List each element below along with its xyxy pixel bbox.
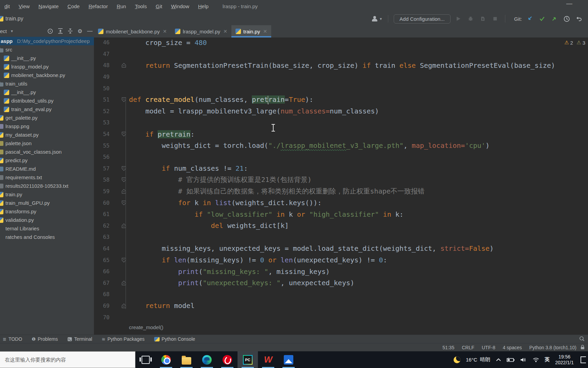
fold-marker-icon[interactable] [110, 258, 129, 263]
tree-item-mobilenet_backbone.py[interactable]: mobilenet_backbone.py [0, 71, 94, 79]
code-line-55[interactable]: 55 weights_dict = torch.load("./lraspp_m… [94, 140, 588, 151]
code-line-59[interactable]: 59 # 如果训练自己的数据集，将和类别相关的权重删除，防止权重shape不一致… [94, 186, 588, 197]
git-update-project-icon[interactable] [525, 14, 534, 23]
taskbar-app-pycharm[interactable]: PC [238, 351, 258, 368]
menu-code[interactable]: Code [63, 3, 84, 9]
menu-git[interactable]: Git [151, 3, 166, 9]
toolwindow-problems[interactable]: ❶Problems [32, 336, 58, 342]
code-line-49[interactable]: 49 [94, 71, 588, 83]
weather-desc[interactable]: 晴朗 [480, 356, 490, 363]
code-line-54[interactable]: 54 if pretrain: [94, 128, 588, 140]
fold-marker-icon[interactable] [110, 303, 129, 308]
fold-marker-icon[interactable] [110, 223, 129, 228]
project-view-selector[interactable]: ect [0, 28, 7, 34]
expand-all-icon[interactable] [58, 28, 63, 34]
taskbar-app-task-view[interactable] [135, 351, 156, 368]
code-line-69[interactable]: 69 return model [94, 300, 588, 312]
profile-menu[interactable]: ▼ [372, 16, 382, 21]
status-line-ending[interactable]: CRLF [462, 345, 474, 350]
warning-indicator[interactable]: ⚠2 [564, 40, 573, 46]
code-line-51[interactable]: 51def create_model(num_classes, pretrain… [94, 94, 588, 106]
tree-item-root[interactable]: asppD:\My_code\pythonProject\deep [0, 37, 94, 45]
tree-item-lraspp.png[interactable]: lraspp.png [0, 122, 94, 131]
tree-item-ternal-libraries[interactable]: ternal Libraries [0, 224, 94, 233]
fold-marker-icon[interactable] [110, 63, 129, 68]
git-push-icon[interactable] [550, 14, 559, 23]
code-line-50[interactable]: 50 [94, 82, 588, 94]
status-python-interpreter[interactable]: Python 3.8 (torch1.10) [529, 345, 576, 350]
taskbar-app-netease-music[interactable] [217, 351, 238, 368]
status-caret-position[interactable]: 51:35 [442, 345, 454, 350]
debug-icon[interactable] [466, 14, 475, 23]
code-line-66[interactable]: 66 print("missing_keys: ", missing_keys) [94, 266, 588, 277]
tree-item-results20211028-105233.txt[interactable]: results20211028-105233.txt [0, 182, 94, 190]
add-configuration-button[interactable]: Add Configuration... [394, 14, 451, 24]
minimize-button[interactable]: — [564, 0, 574, 7]
fold-marker-icon[interactable] [110, 177, 129, 182]
notification-center-icon[interactable] [581, 356, 586, 363]
taskbar-app-explorer[interactable] [176, 351, 197, 368]
code-line-58[interactable]: 58 # 官方提供的预训练权重是21类(包括背景) [94, 174, 588, 186]
code-line-63[interactable]: 63 [94, 231, 588, 243]
status-indent-style[interactable]: 4 spaces [503, 345, 522, 350]
menu-view[interactable]: View [14, 3, 34, 9]
menu-window[interactable]: Window [167, 3, 194, 9]
code-area[interactable]: 46 crop_size = 4804748 return Segmentati… [94, 37, 588, 335]
code-line-61[interactable]: 61 if "low_classifier" in k or "high_cla… [94, 209, 588, 220]
close-icon[interactable]: ✕ [263, 29, 267, 34]
fold-marker-icon[interactable] [110, 166, 129, 171]
run-icon[interactable] [454, 14, 463, 23]
menu-run[interactable]: Run [112, 3, 131, 9]
code-line-52[interactable]: 52 model = lraspp_mobilenetv3_large(num_… [94, 106, 588, 117]
warning-indicator[interactable]: ⚠3 [576, 40, 585, 46]
settings-gear-icon[interactable]: ⚙ [78, 28, 82, 34]
taskbar-app-photos[interactable] [278, 351, 299, 368]
network-icon[interactable] [533, 357, 539, 362]
fold-marker-icon[interactable] [110, 189, 129, 194]
code-line-68[interactable]: 68 [94, 289, 588, 300]
tree-item-src[interactable]: src [0, 45, 94, 54]
fold-marker-icon[interactable] [110, 132, 129, 137]
tree-item-train.py[interactable]: train.py [0, 190, 94, 199]
fold-marker-icon[interactable] [110, 200, 129, 205]
volume-icon[interactable] [520, 357, 527, 363]
tree-item-my_dataset.py[interactable]: my_dataset.py [0, 131, 94, 139]
status-file-encoding[interactable]: UTF-8 [482, 345, 495, 350]
search-icon[interactable] [579, 336, 585, 342]
code-line-60[interactable]: 60 for k in list(weights_dict.keys()): [94, 197, 588, 209]
battery-icon[interactable] [507, 357, 515, 362]
code-line-65[interactable]: 65 if len(missing_keys) != 0 or len(unex… [94, 254, 588, 266]
taskbar-app-edge[interactable] [197, 351, 217, 368]
inspections-widget[interactable]: ⚠2⚠3 [564, 40, 585, 46]
code-line-70[interactable]: 70 [94, 311, 588, 323]
tree-item-requirements.txt[interactable]: requirements.txt [0, 173, 94, 182]
tree-item-train_utils[interactable]: train_utils [0, 79, 94, 88]
code-line-47[interactable]: 47 [94, 48, 588, 60]
tab-train.py[interactable]: train.py✕ [231, 25, 271, 37]
taskbar-search-input[interactable] [0, 351, 135, 368]
taskbar-clock[interactable]: 19:56 2022/1/1 [555, 354, 574, 366]
code-line-53[interactable]: 53 [94, 117, 588, 128]
toolwindow-terminal[interactable]: Terminal [67, 336, 92, 342]
code-line-46[interactable]: 46 crop_size = 480 [94, 37, 588, 48]
tree-item-__init__.py[interactable]: __init__.py [0, 88, 94, 96]
tree-item-get_palette.py[interactable]: get_palette.py [0, 113, 94, 122]
project-panel-header[interactable]: ect ▼ ⚙ — [0, 25, 94, 37]
editor-breadcrumb[interactable]: create_model() [129, 324, 163, 330]
toolwindow-python-packages[interactable]: ≋Python Packages [102, 336, 145, 342]
tree-item-readme.md[interactable]: README.md [0, 165, 94, 173]
code-line-67[interactable]: 67 print("unexpected_keys: ", unexpected… [94, 277, 588, 289]
menu-refactor[interactable]: Refactor [84, 3, 112, 9]
close-icon[interactable]: ✕ [163, 29, 167, 34]
code-line-57[interactable]: 57 if num_classes != 21: [94, 163, 588, 174]
menu-help[interactable]: Help [194, 3, 213, 9]
coverage-icon[interactable] [478, 14, 487, 23]
breadcrumb[interactable]: train.py [0, 16, 23, 22]
fold-marker-icon[interactable] [110, 97, 129, 102]
close-icon[interactable]: ✕ [223, 29, 227, 34]
git-commit-icon[interactable] [538, 14, 546, 23]
code-line-62[interactable]: 62 del weights_dict[k] [94, 220, 588, 232]
tab-mobilenet_backbone.py[interactable]: mobilenet_backbone.py✕ [94, 25, 171, 37]
weather-temp[interactable]: 16°C [466, 357, 477, 363]
tree-item-distributed_utils.py[interactable]: distributed_utils.py [0, 96, 94, 105]
